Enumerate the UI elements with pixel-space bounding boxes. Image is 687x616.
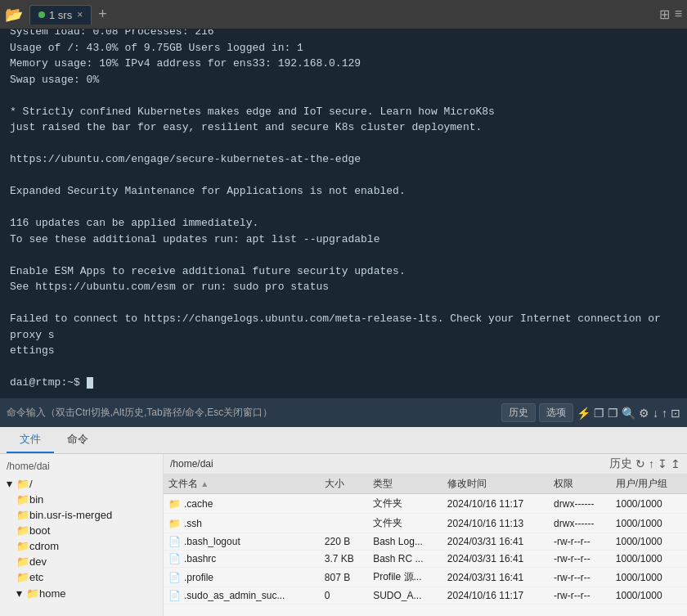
history-button[interactable]: 历史 <box>501 403 536 422</box>
file-owner-cell: 1000/1000 <box>611 514 687 533</box>
file-owner-cell: 1000/1000 <box>611 533 687 551</box>
tab-bar-right-icons: ⊞ ≡ <box>659 7 682 22</box>
file-size-cell: 220 B <box>320 533 368 551</box>
file-size-cell <box>320 514 368 533</box>
tab-label: 1 srs <box>49 9 72 21</box>
fm-up-button[interactable]: ↑ <box>649 457 654 470</box>
tree-folder-icon: 📁 <box>16 493 29 506</box>
tree-folder-icon: 📁 <box>16 540 29 552</box>
table-row[interactable]: 📄.bash_logout 220 B Bash Log... 2024/03/… <box>164 533 687 551</box>
tree-item-boot[interactable]: 📁 boot <box>0 523 163 538</box>
menu-icon[interactable]: ≡ <box>675 7 682 22</box>
tab-commands[interactable]: 命令 <box>54 427 101 453</box>
file-name-cell: 📄.profile <box>164 568 320 587</box>
col-owner[interactable]: 用户/用户组 <box>611 474 687 494</box>
table-row[interactable]: 📄.profile 807 B Profile 源... 2024/03/31 … <box>164 568 687 587</box>
file-modified-cell: 2024/03/31 16:41 <box>442 533 549 551</box>
folder-icon: 📂 <box>5 6 23 24</box>
tree-item-root[interactable]: ▾ 📁 / <box>0 475 163 492</box>
tree-item-label: dev <box>29 555 47 568</box>
grid-view-icon[interactable]: ⊞ <box>659 7 670 22</box>
tree-expand-icon: ▾ <box>7 477 12 490</box>
tree-item-label: boot <box>29 524 50 537</box>
scroll-down-icon[interactable]: ↓ <box>653 407 658 420</box>
terminal[interactable]: * Support: https://ubuntu.com/pro System… <box>0 29 687 398</box>
tree-folder-icon: 📁 <box>26 587 39 600</box>
file-icon: 📄 <box>168 572 181 583</box>
tab-1srs[interactable]: 1 srs × <box>29 5 92 25</box>
tab-close-button[interactable]: × <box>77 9 83 20</box>
lightning-icon[interactable]: ⚡ <box>577 407 590 420</box>
file-name-cell: 📄.bash_logout <box>164 533 320 551</box>
file-type-cell: 文件夹 <box>368 494 442 514</box>
table-row[interactable]: 📄.bashrc 3.7 KB Bash RC ... 2024/03/31 1… <box>164 551 687 568</box>
col-filename[interactable]: 文件名 ▲ <box>164 474 320 494</box>
file-size-cell: 3.7 KB <box>320 551 368 568</box>
tree-item-dev[interactable]: 📁 dev <box>0 554 163 569</box>
col-size[interactable]: 大小 <box>320 474 368 494</box>
file-owner-cell: 1000/1000 <box>611 551 687 568</box>
file-type-cell: SUDO_A... <box>368 587 442 605</box>
file-size-cell: 0 <box>320 587 368 605</box>
file-owner-cell: 1000/1000 <box>611 568 687 587</box>
col-modified[interactable]: 修改时间 <box>442 474 549 494</box>
tree-path-label: /home/dai <box>7 461 50 472</box>
file-modified-cell: 2024/10/16 11:13 <box>442 514 549 533</box>
tab-add-button[interactable]: + <box>98 6 107 23</box>
tree-item-etc[interactable]: 📁 etc <box>0 569 163 585</box>
file-perms-cell: -rw-r--r-- <box>549 587 611 605</box>
scroll-up-icon[interactable]: ↑ <box>662 407 667 420</box>
tree-item-bin[interactable]: 📁 bin <box>0 492 163 507</box>
tree-item-home[interactable]: ▾ 📁 home <box>0 585 163 601</box>
file-type-cell: Bash RC ... <box>368 551 442 568</box>
sort-icon: ▲ <box>200 479 209 488</box>
fm-tree: /home/dai ▾ 📁 / 📁 bin 📁 bin.usr-is-merge… <box>0 454 164 616</box>
terminal-input-hint: 命令输入（双击Ctrl切换,Alt历史,Tab路径/命令,Esc关闭窗口） <box>7 406 498 420</box>
table-row[interactable]: 📄.sudo_as_admin_suc... 0 SUDO_A... 2024/… <box>164 587 687 605</box>
fm-tabs: 文件 命令 <box>0 427 687 454</box>
col-type[interactable]: 类型 <box>368 474 442 494</box>
file-modified-cell: 2024/10/16 11:17 <box>442 587 549 605</box>
file-name-cell: 📁.cache <box>164 494 320 514</box>
file-type-cell: 文件夹 <box>368 514 442 533</box>
options-button[interactable]: 选项 <box>539 403 573 422</box>
tree-item-label: / <box>29 478 33 490</box>
table-row[interactable]: 📁.ssh 文件夹 2024/10/16 11:13 drwx------ 10… <box>164 514 687 533</box>
fm-current-path: /home/dai <box>170 458 606 470</box>
file-perms-cell: -rw-r--r-- <box>549 533 611 551</box>
fm-tree-path: /home/dai <box>0 457 163 475</box>
file-size-cell <box>320 494 368 514</box>
col-perms[interactable]: 权限 <box>549 474 611 494</box>
file-size-cell: 807 B <box>320 568 368 587</box>
tree-item-bin-usr[interactable]: 📁 bin.usr-is-merged <box>0 507 163 523</box>
settings-icon[interactable]: ⚙ <box>639 407 649 420</box>
file-type-cell: Bash Log... <box>368 533 442 551</box>
file-name-cell: 📄.bashrc <box>164 551 320 568</box>
fm-download-button[interactable]: ↧ <box>658 457 667 470</box>
file-owner-cell: 1000/1000 <box>611 587 687 605</box>
tree-item-label: bin.usr-is-merged <box>29 509 112 521</box>
file-type-cell: Profile 源... <box>368 568 442 587</box>
table-row[interactable]: 📁.cache 文件夹 2024/10/16 11:17 drwx------ … <box>164 494 687 514</box>
file-perms-cell: drwx------ <box>549 494 611 514</box>
file-manager-body: /home/dai ▾ 📁 / 📁 bin 📁 bin.usr-is-merge… <box>0 454 687 616</box>
fm-refresh-button[interactable]: ↻ <box>635 457 645 470</box>
file-table: 文件名 ▲ 大小 类型 修改时间 权限 用户/用户组 📁.cache 文件夹 2… <box>164 474 687 605</box>
file-modified-cell: 2024/03/31 16:41 <box>442 568 549 587</box>
tree-expand-icon: ▾ <box>16 587 22 600</box>
tree-item-cdrom[interactable]: 📁 cdrom <box>0 538 163 554</box>
tab-bar: 📂 1 srs × + ⊞ ≡ <box>0 0 687 29</box>
paste-icon[interactable]: ❐ <box>608 407 618 420</box>
tree-item-label: cdrom <box>29 540 59 552</box>
file-perms-cell: -rw-r--r-- <box>549 568 611 587</box>
copy-icon[interactable]: ❐ <box>594 407 604 420</box>
fm-history-button[interactable]: 历史 <box>609 456 632 471</box>
fm-upload-button[interactable]: ↥ <box>671 457 680 470</box>
tab-files[interactable]: 文件 <box>7 427 54 453</box>
fullscreen-icon[interactable]: ⊡ <box>671 407 680 420</box>
tree-folder-icon: 📁 <box>16 571 29 583</box>
file-icon: 📄 <box>168 590 181 601</box>
search-icon[interactable]: 🔍 <box>622 407 635 420</box>
tree-folder-icon: 📁 <box>16 524 29 537</box>
tree-folder-icon: 📁 <box>16 478 29 490</box>
